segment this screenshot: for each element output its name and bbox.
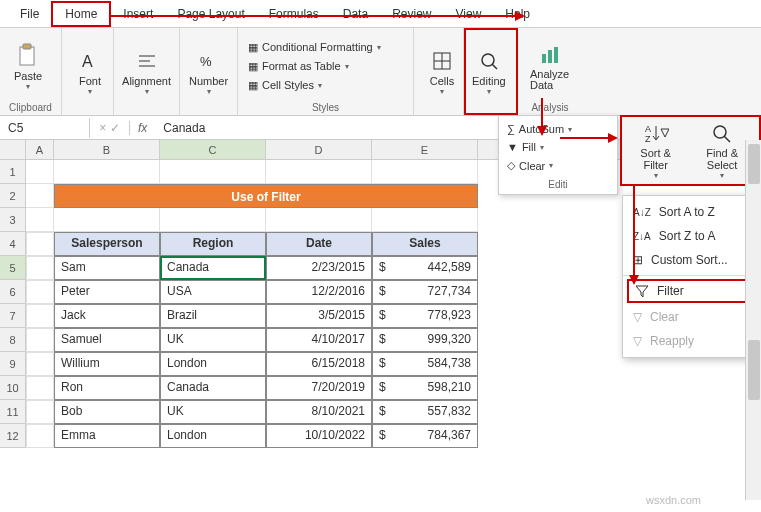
ribbon-tabs: File Home Insert Page Layout Formulas Da… [0, 0, 761, 28]
tab-file[interactable]: File [8, 1, 51, 27]
sigma-icon: ∑ [507, 123, 515, 135]
cell-date[interactable]: 12/2/2016 [266, 280, 372, 304]
chevron-down-icon: ▾ [207, 87, 211, 96]
group-styles: ▦Conditional Formatting▾ ▦Format as Tabl… [238, 28, 414, 115]
cell-date[interactable]: 3/5/2015 [266, 304, 372, 328]
editing-button[interactable]: Editing ▾ [466, 45, 512, 98]
cell-sales[interactable]: $442,589 [372, 256, 478, 280]
scroll-thumb[interactable] [748, 144, 760, 184]
tab-formulas[interactable]: Formulas [257, 1, 331, 27]
row-header[interactable]: 6 [0, 280, 26, 304]
cell-date[interactable]: 7/20/2019 [266, 376, 372, 400]
clear-button[interactable]: ◇Clear ▾ [503, 156, 613, 175]
cell-region[interactable]: UK [160, 328, 266, 352]
custom-sort[interactable]: ⊞Custom Sort... [623, 248, 751, 272]
cell-styles-button[interactable]: ▦Cell Styles▾ [244, 77, 385, 94]
cell-region[interactable]: Canada [160, 256, 266, 280]
fx-icon[interactable]: fx [130, 118, 155, 138]
row-header[interactable]: 8 [0, 328, 26, 352]
tab-data[interactable]: Data [331, 1, 380, 27]
cells-button[interactable]: Cells ▾ [420, 45, 464, 98]
sort-a-to-z[interactable]: A↓ZSort A to Z [623, 200, 751, 224]
alignment-button[interactable]: Alignment ▾ [120, 45, 173, 98]
tab-home[interactable]: Home [51, 1, 111, 27]
cells-icon [430, 47, 454, 75]
cell-salesperson[interactable]: Sam [54, 256, 160, 280]
cell-sales[interactable]: $778,923 [372, 304, 478, 328]
cell-sales[interactable]: $584,738 [372, 352, 478, 376]
cell-salesperson[interactable]: Emma [54, 424, 160, 448]
col-header-e[interactable]: E [372, 140, 478, 159]
cell-region[interactable]: USA [160, 280, 266, 304]
tab-view[interactable]: View [444, 1, 494, 27]
font-button[interactable]: A Font ▾ [68, 45, 112, 98]
col-header-d[interactable]: D [266, 140, 372, 159]
cell-salesperson[interactable]: Ron [54, 376, 160, 400]
cell-sales[interactable]: $999,320 [372, 328, 478, 352]
conditional-formatting-button[interactable]: ▦Conditional Formatting▾ [244, 39, 385, 56]
alignment-icon [135, 47, 159, 75]
cell-region[interactable]: London [160, 424, 266, 448]
format-as-table-button[interactable]: ▦Format as Table▾ [244, 58, 385, 75]
row-header[interactable]: 11 [0, 400, 26, 424]
cell-region[interactable]: Canada [160, 376, 266, 400]
vertical-scrollbar[interactable] [745, 140, 761, 500]
row-header[interactable]: 5 [0, 256, 26, 280]
tab-insert[interactable]: Insert [111, 1, 165, 27]
cell-date[interactable]: 10/10/2022 [266, 424, 372, 448]
tab-review[interactable]: Review [380, 1, 443, 27]
row-header[interactable]: 9 [0, 352, 26, 376]
chevron-down-icon: ▾ [88, 87, 92, 96]
row-header[interactable]: 3 [0, 208, 26, 232]
cell-salesperson[interactable]: Jack [54, 304, 160, 328]
cell-region[interactable]: UK [160, 400, 266, 424]
select-all-corner[interactable] [0, 140, 26, 159]
cell-region[interactable]: London [160, 352, 266, 376]
row-header[interactable]: 2 [0, 184, 26, 208]
row-header[interactable]: 10 [0, 376, 26, 400]
col-header-b[interactable]: B [54, 140, 160, 159]
formula-buttons[interactable]: × ✓ [90, 121, 130, 135]
th-sales[interactable]: Sales [372, 232, 478, 256]
cell-sales[interactable]: $727,734 [372, 280, 478, 304]
col-header-c[interactable]: C [160, 140, 266, 159]
row-header[interactable]: 1 [0, 160, 26, 184]
analyze-data-button[interactable]: Analyze Data [524, 39, 576, 93]
name-box[interactable]: C5 [0, 118, 90, 138]
cell-date[interactable]: 8/10/2021 [266, 400, 372, 424]
col-header-a[interactable]: A [26, 140, 54, 159]
tab-help[interactable]: Help [493, 1, 542, 27]
th-date[interactable]: Date [266, 232, 372, 256]
cell-sales[interactable]: $598,210 [372, 376, 478, 400]
search-icon [477, 47, 501, 75]
scroll-thumb[interactable] [748, 340, 760, 400]
cell-sales[interactable]: $557,832 [372, 400, 478, 424]
row-header[interactable]: 7 [0, 304, 26, 328]
cell-salesperson[interactable]: Samuel [54, 328, 160, 352]
fill-button[interactable]: ▼Fill ▾ [503, 138, 613, 156]
title-banner[interactable]: Use of Filter [54, 184, 478, 208]
row-header[interactable]: 12 [0, 424, 26, 448]
paste-button[interactable]: Paste ▾ [6, 40, 50, 93]
cell-region[interactable]: Brazil [160, 304, 266, 328]
group-cells: Cells ▾ [414, 28, 464, 115]
number-button[interactable]: % Number ▾ [186, 45, 231, 98]
cell-date[interactable]: 6/15/2018 [266, 352, 372, 376]
cell-salesperson[interactable]: Willium [54, 352, 160, 376]
table-row: 12EmmaLondon10/10/2022$784,367 [0, 424, 761, 448]
cell-salesperson[interactable]: Peter [54, 280, 160, 304]
row-header[interactable]: 4 [0, 232, 26, 256]
cell-date[interactable]: 4/10/2017 [266, 328, 372, 352]
cell-salesperson[interactable]: Bob [54, 400, 160, 424]
cell-sales[interactable]: $784,367 [372, 424, 478, 448]
sort-z-to-a[interactable]: Z↓ASort Z to A [623, 224, 751, 248]
sort-filter-button[interactable]: AZ Sort & Filter▾ [624, 119, 687, 182]
filter-item[interactable]: Filter [627, 279, 747, 303]
cell-date[interactable]: 2/23/2015 [266, 256, 372, 280]
th-salesperson[interactable]: Salesperson [54, 232, 160, 256]
tab-page-layout[interactable]: Page Layout [165, 1, 256, 27]
th-region[interactable]: Region [160, 232, 266, 256]
autosum-button[interactable]: ∑AutoSum ▾ [503, 120, 613, 138]
sort-filter-find-group: AZ Sort & Filter▾ Find & Select▾ [620, 115, 761, 186]
svg-line-18 [724, 136, 730, 142]
